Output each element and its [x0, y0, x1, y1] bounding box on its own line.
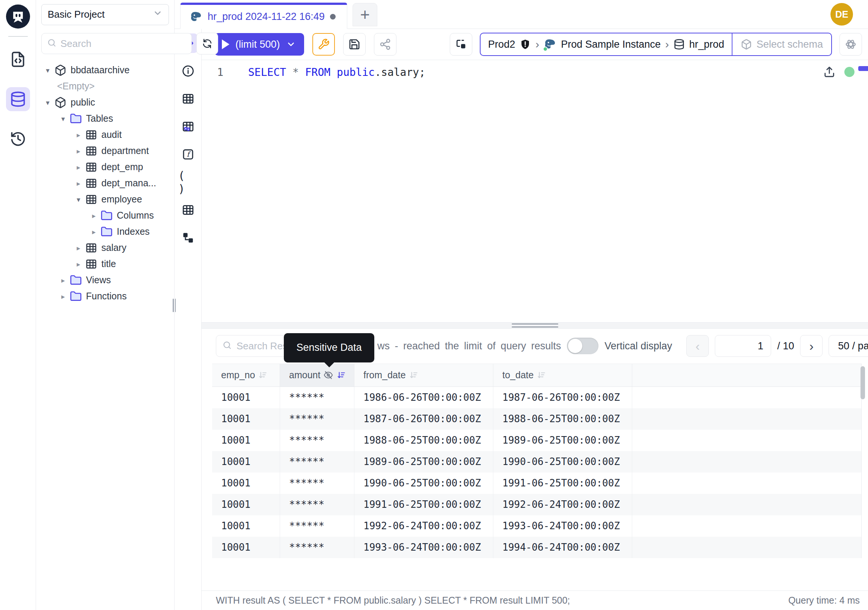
panel-resize-handle[interactable]	[173, 299, 176, 312]
tree-item-label: bbdataarchive	[71, 65, 130, 76]
format-sql-button[interactable]	[312, 33, 335, 56]
sql-editor[interactable]: 1 SELECT * FROM public.salary;	[202, 60, 868, 322]
tree-item-table[interactable]: ▸audit	[36, 127, 174, 143]
caret-right-icon[interactable]: ▸	[72, 131, 85, 139]
column-header-from-date[interactable]: from_date	[354, 364, 493, 386]
table-row[interactable]: 10001******1991-06-25T00:00:00Z1992-06-2…	[212, 494, 861, 515]
panel-splitter[interactable]	[202, 322, 868, 329]
tree-item-label: salary	[101, 242, 127, 253]
database-schema-icon[interactable]	[6, 87, 30, 111]
caret-down-icon[interactable]: ▾	[72, 195, 85, 203]
table-row[interactable]: 10001******1989-06-25T00:00:00Z1990-06-2…	[212, 451, 861, 472]
select-schema-label: Select schema	[756, 39, 823, 50]
new-tab-button[interactable]: +	[353, 3, 377, 26]
run-query-button[interactable]: (limit 500)	[214, 33, 304, 56]
tree-item-table[interactable]: ▸salary	[36, 240, 174, 256]
connection-status-dot	[844, 67, 854, 77]
table-row[interactable]: 10001******1986-06-26T00:00:00Z1987-06-2…	[212, 387, 861, 408]
tree-item-indexes-folder[interactable]: ▸Indexes	[36, 224, 174, 240]
instance-label: Prod Sample Instance	[561, 39, 661, 50]
instance-status-dot	[543, 47, 548, 51]
column-header-to-date[interactable]: to_date	[493, 364, 632, 386]
caret-right-icon[interactable]: ▸	[57, 292, 70, 301]
table-icon	[85, 161, 98, 174]
eye-off-icon	[323, 370, 333, 380]
table-row[interactable]: 10001******1993-06-24T00:00:00Z1994-06-2…	[212, 537, 861, 558]
tree-search-box[interactable]	[41, 33, 192, 54]
prev-page-button[interactable]: ‹	[686, 335, 709, 357]
code-line: SELECT * FROM public.salary;	[232, 66, 425, 79]
tree-item-tables-folder[interactable]: ▾Tables	[36, 110, 174, 127]
page-number-input[interactable]	[715, 335, 771, 357]
tree-item-table[interactable]: ▸dept_mana...	[36, 175, 174, 191]
save-icon	[349, 38, 360, 50]
table-row[interactable]: 10001******1992-06-24T00:00:00Z1993-06-2…	[212, 515, 861, 537]
procedures-icon[interactable]: ( )	[178, 172, 198, 192]
caret-down-icon[interactable]: ▾	[57, 115, 70, 123]
tree-item-schema[interactable]: ▾bbdataarchive	[36, 62, 174, 78]
refresh-button[interactable]	[196, 33, 218, 54]
tree-item-label: Views	[86, 275, 111, 286]
caret-right-icon[interactable]: ▸	[72, 179, 85, 188]
project-select[interactable]: Basic Project	[41, 4, 169, 25]
sort-icon	[336, 370, 346, 380]
tree-item-table[interactable]: ▸dept_emp	[36, 159, 174, 175]
bytebase-logo[interactable]	[6, 5, 30, 28]
postgres-icon	[544, 38, 556, 51]
select-schema-button[interactable]: Select schema	[732, 33, 831, 55]
caret-down-icon[interactable]: ▾	[41, 66, 54, 75]
avatar[interactable]: DE	[831, 3, 853, 26]
new-tab-label: +	[360, 6, 370, 23]
results-panel: ws - reached the limit of query results …	[202, 329, 868, 591]
tree-search-input[interactable]	[60, 38, 186, 50]
caret-right-icon[interactable]: ▸	[57, 276, 70, 284]
column-header-emp-no[interactable]: emp_no	[212, 364, 280, 386]
table-icon	[85, 129, 98, 141]
page-size-select[interactable]: 50 / page	[829, 335, 868, 357]
tree-item-table[interactable]: ▸title	[36, 256, 174, 272]
table-row[interactable]: 10001******1988-06-25T00:00:00Z1989-06-2…	[212, 430, 861, 451]
caret-down-icon[interactable]: ▾	[41, 98, 54, 107]
schema-icon	[54, 64, 67, 77]
tree-item-table[interactable]: ▸department	[36, 143, 174, 159]
tree-item-views-folder[interactable]: ▸Views	[36, 272, 174, 288]
vertical-display-toggle[interactable]	[567, 338, 598, 354]
tree-item-label: Tables	[86, 113, 113, 124]
table-row[interactable]: 10001******1990-06-25T00:00:00Z1991-06-2…	[212, 472, 861, 494]
results-table: emp_no amount from_date to_date 10001***…	[212, 363, 862, 558]
share-button[interactable]	[374, 33, 397, 56]
tab-active[interactable]: hr_prod 2024-11-22 16:49	[180, 3, 347, 29]
schema-diagram-icon[interactable]	[178, 228, 198, 248]
caret-right-icon[interactable]: ▸	[72, 147, 85, 155]
results-summary: ws - reached the limit of query results	[377, 340, 561, 352]
caret-right-icon[interactable]: ▸	[72, 260, 85, 268]
tables-icon[interactable]	[178, 89, 198, 109]
caret-right-icon[interactable]: ▸	[87, 211, 100, 220]
caret-right-icon[interactable]: ▸	[72, 163, 85, 171]
masked-data-icon[interactable]	[178, 117, 198, 137]
external-tables-icon[interactable]	[178, 200, 198, 220]
folder-icon	[100, 225, 113, 238]
upload-icon[interactable]	[823, 65, 836, 78]
column-header-amount[interactable]: amount	[280, 364, 354, 386]
table-row[interactable]: 10001******1987-06-26T00:00:00Z1988-06-2…	[212, 408, 861, 430]
table-scrollbar[interactable]	[860, 366, 865, 399]
functions-icon[interactable]	[178, 144, 198, 164]
tree-item-columns-folder[interactable]: ▸Columns	[36, 207, 174, 224]
project-row: Basic Project	[36, 0, 174, 29]
tab-bar: hr_prod 2024-11-22 16:49 + DE	[175, 0, 868, 29]
caret-right-icon[interactable]: ▸	[87, 228, 100, 236]
next-page-button[interactable]: ›	[800, 335, 823, 357]
worksheet-icon[interactable]	[6, 47, 30, 71]
history-icon[interactable]	[6, 127, 30, 151]
tree-item-schema[interactable]: ▾public	[36, 94, 174, 110]
info-icon[interactable]	[178, 61, 198, 81]
tree-item-functions-folder[interactable]: ▸Functions	[36, 288, 174, 304]
connection-icon	[455, 38, 467, 50]
save-button[interactable]	[343, 33, 366, 56]
connection-panel-button[interactable]	[450, 33, 472, 56]
connection-breadcrumb[interactable]: Prod2 › Prod Sample Instance › hr_prod	[480, 33, 832, 56]
tree-item-table[interactable]: ▾employee	[36, 191, 174, 207]
ai-assistant-button[interactable]	[840, 33, 862, 56]
caret-right-icon[interactable]: ▸	[72, 244, 85, 252]
